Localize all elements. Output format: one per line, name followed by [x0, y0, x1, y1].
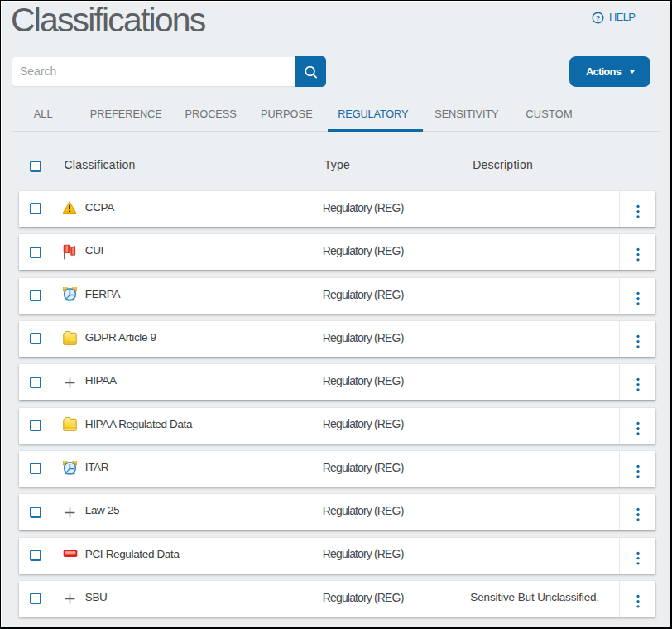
- svg-text:?: ?: [595, 13, 600, 22]
